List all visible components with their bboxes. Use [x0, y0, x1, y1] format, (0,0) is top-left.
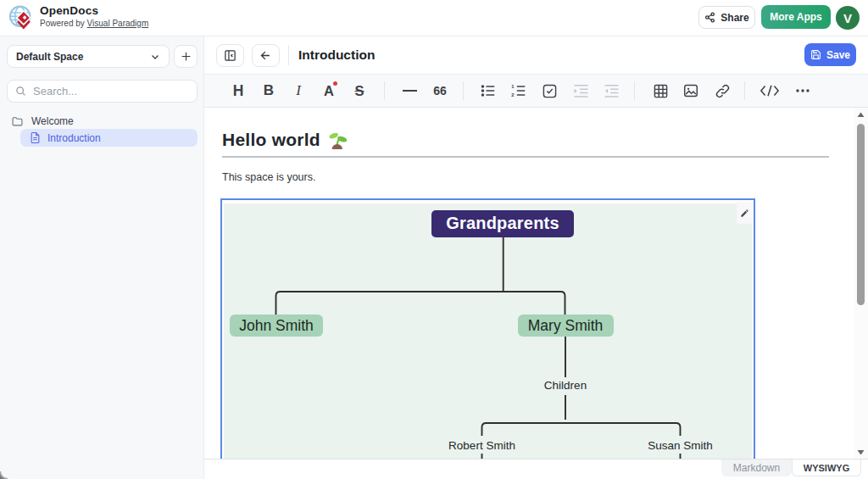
svg-text:Mary Smith: Mary Smith: [528, 317, 603, 334]
svg-text:Grandparents: Grandparents: [446, 214, 559, 232]
svg-text:Robert Smith: Robert Smith: [448, 439, 515, 452]
svg-text:John Smith: John Smith: [239, 317, 314, 334]
svg-text:Children: Children: [544, 379, 587, 392]
svg-text:Susan Smith: Susan Smith: [648, 439, 713, 452]
svg-text:2: 2: [511, 92, 514, 97]
svg-text:1: 1: [511, 84, 515, 89]
